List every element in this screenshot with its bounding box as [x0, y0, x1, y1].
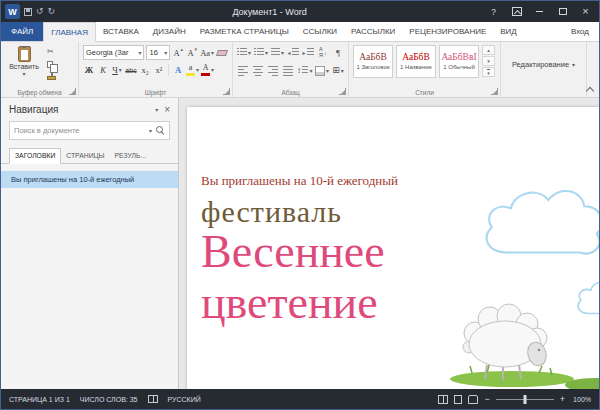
numbering-button[interactable]: ▾ [254, 46, 268, 59]
sign-in-button[interactable]: Вход [561, 22, 599, 41]
search-options-icon[interactable]: ▾ [149, 128, 152, 134]
doc-title-line1[interactable]: Весеннее [201, 227, 599, 278]
language-indicator[interactable]: РУССКИЙ [168, 396, 201, 403]
style-card-2[interactable]: АаБбВвІ 1 Обычный [439, 45, 479, 78]
font-size-value: 16 [149, 48, 157, 57]
chevron-down-icon: ▾ [309, 68, 312, 74]
shrink-font-button[interactable]: А▾ [186, 46, 198, 60]
tab-home[interactable]: ГЛАВНАЯ [43, 22, 96, 42]
align-right-button[interactable] [267, 64, 279, 77]
ribbon-display-options-button[interactable] [507, 4, 526, 19]
shading-button[interactable]: ▾ [315, 64, 329, 77]
grow-font-button[interactable]: А▴ [172, 46, 184, 60]
decrease-indent-button[interactable]: ◂ [287, 46, 299, 59]
tab-page-layout[interactable]: РАЗМЕТКА СТРАНИЦЫ [193, 22, 296, 41]
paste-label: Вставить [9, 63, 39, 70]
style-card-0[interactable]: АаБбВ 1 Заголовок [353, 45, 393, 78]
zoom-out-button[interactable]: − [484, 395, 489, 404]
text-effects-button[interactable]: А [172, 63, 184, 77]
multilevel-list-button[interactable]: ▾ [271, 46, 284, 59]
font-dialog-launcher[interactable] [223, 88, 230, 95]
tab-mailings[interactable]: РАССЫЛКИ [344, 22, 402, 41]
bullets-button[interactable]: ▾ [237, 46, 251, 59]
sort-button[interactable]: АЯ↓ [317, 46, 329, 59]
style-card-1[interactable]: АаБбВ 1 Название [396, 45, 436, 78]
search-icon[interactable] [156, 126, 165, 135]
superscript-button[interactable]: x² [153, 63, 165, 77]
navigation-search-box[interactable]: ▾ [9, 121, 170, 140]
styles-scroll-down-button[interactable]: ▾ [482, 56, 495, 66]
collapse-ribbon-button[interactable] [586, 86, 594, 93]
clipboard-dialog-launcher[interactable] [69, 88, 76, 95]
navigation-close-icon[interactable]: × [164, 105, 170, 115]
sort-icon: АЯ [319, 47, 323, 58]
close-button[interactable]: × [576, 4, 595, 19]
line-spacing-button[interactable]: ↕▾ [297, 64, 312, 77]
cut-button[interactable]: ✂ [47, 47, 56, 56]
borders-button[interactable]: ⊞▾ [332, 64, 344, 77]
font-size-select[interactable]: 16 ▾ [146, 45, 170, 60]
chevron-down-icon: ▾ [22, 71, 25, 77]
font-color-button[interactable]: А▾ [201, 63, 214, 77]
italic-button[interactable]: К [97, 63, 109, 77]
show-formatting-marks-button[interactable]: ¶ [332, 46, 344, 59]
minimize-button[interactable] [530, 4, 549, 19]
styles-gallery-more-button[interactable]: ▾ [482, 67, 495, 77]
paragraph-dialog-launcher[interactable] [339, 88, 346, 95]
proofing-icon[interactable] [148, 395, 158, 403]
tab-file[interactable]: ФАЙЛ [1, 22, 43, 41]
tab-design[interactable]: ДИЗАЙН [146, 22, 193, 41]
underline-button[interactable]: Ч▾ [111, 63, 123, 77]
editing-group[interactable]: Редактирование ▾ [501, 42, 587, 97]
doc-subtitle[interactable]: фестиваль [201, 197, 599, 227]
nav-tab-pages[interactable]: СТРАНИЦЫ [61, 149, 109, 163]
document-page[interactable]: Вы приглашены на 10-й ежегодный фестивал… [187, 107, 599, 389]
print-layout-button[interactable] [454, 395, 462, 404]
zoom-in-button[interactable]: + [560, 395, 565, 404]
tab-view[interactable]: ВИД [493, 22, 524, 41]
change-case-button[interactable]: Аа▾ [200, 46, 214, 60]
nav-tab-results[interactable]: РЕЗУЛЬ... [110, 149, 152, 163]
styles-dialog-launcher[interactable] [491, 88, 498, 95]
search-input[interactable] [14, 126, 145, 135]
maximize-button[interactable] [553, 4, 572, 19]
save-icon[interactable] [24, 8, 32, 16]
style-preview: АаБбВ [359, 53, 387, 63]
nav-heading-item[interactable]: Вы приглашены на 10-й ежегодный [1, 171, 178, 188]
undo-icon[interactable]: ↺ [36, 7, 44, 16]
bold-button[interactable]: Ж [83, 63, 95, 77]
clear-formatting-button[interactable] [216, 46, 228, 60]
zoom-slider[interactable] [496, 399, 554, 400]
page-indicator[interactable]: СТРАНИЦА 1 ИЗ 1 [9, 396, 70, 403]
tab-references[interactable]: ССЫЛКИ [296, 22, 344, 41]
format-painter-button[interactable] [47, 73, 56, 82]
tab-insert[interactable]: ВСТАВКА [96, 22, 146, 41]
styles-scroll-up-button[interactable]: ▴ [482, 45, 495, 55]
increase-indent-button[interactable]: ▸ [302, 46, 314, 59]
redo-icon[interactable]: ↻ [48, 7, 56, 16]
doc-intro[interactable]: Вы приглашены на 10-й ежегодный [201, 173, 599, 189]
web-layout-button[interactable] [468, 395, 478, 404]
font-family-select[interactable]: Georgia (Заг ▾ [83, 45, 144, 60]
help-button[interactable]: ? [484, 4, 503, 19]
subscript-button[interactable]: x₂ [139, 63, 151, 77]
justify-icon [283, 66, 293, 76]
justify-button[interactable] [282, 64, 294, 77]
read-mode-button[interactable] [438, 395, 448, 404]
align-left-button[interactable] [237, 64, 249, 77]
navigation-options-icon[interactable]: ▾ [155, 106, 158, 113]
paste-button[interactable]: Вставить ▾ [5, 45, 43, 84]
word-count[interactable]: ЧИСЛО СЛОВ: 35 [80, 396, 138, 403]
decrease-indent-icon [292, 48, 299, 57]
zoom-slider-handle[interactable] [523, 395, 526, 404]
highlight-color-button[interactable]: а▾ [186, 63, 199, 77]
strikethrough-button[interactable]: abc [125, 63, 137, 77]
navigation-pane-title: Навигация [9, 104, 149, 115]
zoom-level[interactable]: 100% [571, 396, 591, 403]
increase-indent-icon [307, 48, 314, 57]
doc-title-line2[interactable]: цветение [201, 278, 599, 329]
align-center-button[interactable] [252, 64, 264, 77]
tab-review[interactable]: РЕЦЕНЗИРОВАНИЕ [402, 22, 493, 41]
nav-tab-headings[interactable]: ЗАГОЛОВКИ [9, 148, 61, 164]
copy-button[interactable] [47, 60, 56, 69]
